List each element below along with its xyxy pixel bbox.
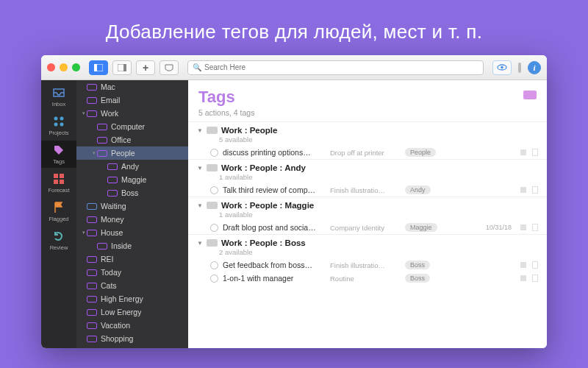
checkbox-icon[interactable] (210, 186, 218, 194)
svg-rect-13 (60, 174, 64, 178)
chevron-down-icon: ▼ (197, 127, 203, 134)
task-project: Drop off at printer (330, 149, 401, 157)
rail-forecast[interactable]: Forecast (41, 169, 76, 197)
tag-row[interactable]: Andy (76, 160, 188, 173)
main-header: Tags 5 actions, 4 tags (188, 80, 547, 121)
tag-row[interactable]: ▾House (76, 226, 188, 239)
tag-icon (87, 283, 97, 289)
checkbox-icon[interactable] (210, 224, 218, 232)
minimize-icon[interactable] (60, 63, 68, 71)
tag-row[interactable]: Waiting (76, 199, 188, 213)
task-group: ▼Work : People : Andy1 availableTalk thi… (188, 159, 547, 197)
rail-projects[interactable]: Projects (41, 112, 76, 139)
tag-icon (97, 124, 107, 130)
task-tag: Andy (405, 185, 431, 194)
view-button[interactable] (492, 60, 512, 75)
flag-icon[interactable] (532, 275, 538, 282)
tag-row[interactable]: Inside (76, 239, 188, 252)
flag-icon[interactable] (532, 186, 538, 194)
tag-row[interactable]: Vacation (76, 319, 188, 332)
group-title: Work : People : Maggie (221, 201, 314, 210)
tag-row[interactable]: Mac (76, 80, 188, 93)
tag-row[interactable]: Maggie (76, 173, 188, 186)
note-icon (520, 224, 526, 230)
tag-label: Cats (101, 281, 117, 290)
rail-label: Review (50, 244, 68, 251)
close-icon[interactable] (47, 63, 55, 71)
tag-label: Inside (111, 241, 132, 250)
group-header[interactable]: ▼Work : People : Maggie (188, 197, 547, 210)
forecast-icon (52, 172, 65, 185)
rail-flagged[interactable]: Flagged (41, 198, 76, 225)
group-header[interactable]: ▼Work : People : Boss (188, 235, 547, 248)
tag-icon (107, 163, 118, 170)
tag-row[interactable]: ▾Work (76, 107, 188, 120)
chevron-down-icon: ▼ (197, 202, 203, 209)
rail-inbox[interactable]: Inbox (41, 83, 76, 110)
group-header[interactable]: ▼Work : People (188, 122, 547, 135)
checkbox-icon[interactable] (210, 261, 218, 269)
tag-row[interactable]: Computer (76, 120, 188, 133)
flag-icon[interactable] (532, 261, 538, 269)
tag-icon (87, 309, 97, 316)
add-button[interactable]: + (136, 60, 155, 75)
task-row[interactable]: Draft blog post and socia…Company Identi… (188, 221, 547, 234)
task-list: ▼Work : People5 availablediscuss printin… (188, 121, 547, 348)
tag-row[interactable]: Shopping (76, 332, 188, 345)
task-row[interactable]: 1-on-1 with managerRoutineBoss (188, 272, 547, 285)
tag-row[interactable]: Today (76, 266, 188, 279)
projects-icon (52, 115, 65, 128)
group-header[interactable]: ▼Work : People : Andy (188, 160, 547, 173)
svg-point-11 (60, 123, 64, 127)
group-title: Work : People (221, 126, 277, 135)
tag-label: House (101, 228, 123, 237)
group-available: 1 available (188, 210, 547, 221)
inbox-button[interactable] (159, 60, 179, 75)
chevron-down-icon: ▼ (197, 165, 203, 171)
page-title: Tags (198, 88, 537, 107)
tag-icon (207, 202, 218, 209)
task-group: ▼Work : People5 availablediscuss printin… (188, 121, 547, 159)
tag-icon (97, 243, 107, 250)
sidebar-toggle-button[interactable] (89, 60, 108, 75)
tag-label: Low Energy (101, 308, 141, 316)
tag-row[interactable]: Email (76, 93, 188, 107)
search-input[interactable] (204, 63, 478, 71)
tag-icon (523, 91, 537, 99)
rail-tags[interactable]: Tags (41, 141, 76, 168)
tag-row[interactable]: REI (76, 252, 188, 266)
checkbox-icon[interactable] (210, 149, 218, 157)
task-date: 10/31/18 (486, 224, 512, 231)
checkbox-icon[interactable] (210, 275, 218, 283)
tag-row[interactable]: ▾People (76, 146, 188, 160)
tag-row[interactable]: Boss (76, 186, 188, 199)
task-row[interactable]: Get feedback from boss…Finish illustrati… (188, 258, 547, 272)
zoom-icon[interactable] (72, 63, 80, 71)
tag-icon (107, 177, 118, 183)
task-row[interactable]: Talk third review of comp…Finish illustr… (188, 183, 547, 197)
info-button[interactable]: i (528, 61, 541, 74)
flag-icon[interactable] (532, 149, 538, 156)
inspector-toggle-button[interactable] (112, 60, 132, 75)
tag-row[interactable]: High Energy (76, 292, 188, 305)
tag-icon (87, 203, 97, 210)
focus-button[interactable] (516, 60, 523, 75)
tag-row[interactable]: Office (76, 133, 188, 146)
svg-rect-3 (123, 64, 126, 71)
svg-rect-15 (60, 180, 64, 184)
flag-icon[interactable] (532, 224, 538, 231)
tag-row[interactable]: Cats (76, 279, 188, 292)
tag-row[interactable]: Low Energy (76, 305, 188, 319)
task-group: ▼Work : People : Maggie1 availableDraft … (188, 197, 547, 234)
page-subtitle: 5 actions, 4 tags (198, 108, 537, 117)
tag-label: People (111, 149, 135, 158)
svg-point-10 (54, 123, 58, 127)
search-field[interactable]: 🔍 (187, 60, 484, 75)
tag-label: Shopping (101, 334, 133, 343)
tag-row[interactable]: Money (76, 213, 188, 226)
rail-label: Inbox (52, 101, 65, 107)
rail-review[interactable]: Review (41, 227, 76, 254)
task-tag: Boss (405, 261, 430, 269)
task-row[interactable]: discuss printing options…Drop off at pri… (188, 146, 547, 159)
rail-label: Forecast (48, 187, 69, 194)
